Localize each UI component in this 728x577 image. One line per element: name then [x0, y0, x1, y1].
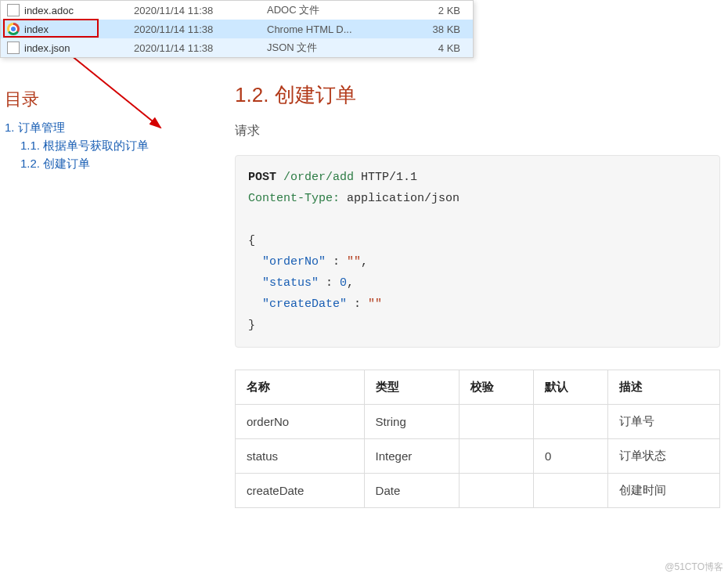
col-header-validate: 校验: [460, 370, 534, 405]
body-value: "": [368, 298, 382, 311]
http-header-name: Content-Type:: [248, 192, 340, 205]
cell-name: status: [236, 439, 365, 474]
file-date: 2020/11/14 11:38: [134, 42, 267, 54]
cell-default: 0: [534, 439, 608, 474]
file-size: 38 KB: [408, 23, 468, 35]
toc-link[interactable]: 1.2. 创建订单: [20, 157, 90, 170]
cell-type: String: [364, 405, 460, 439]
body-brace: {: [248, 234, 255, 247]
cell-validate: [460, 474, 534, 508]
file-name: index: [24, 23, 134, 35]
col-header-name: 名称: [236, 370, 365, 405]
file-icon: [7, 4, 20, 16]
cell-default: [534, 405, 608, 439]
file-icon: [7, 41, 20, 54]
file-size: 2 KB: [408, 5, 468, 16]
file-row[interactable]: index 2020/11/14 11:38 Chrome HTML D... …: [1, 20, 473, 38]
section-title: 1.2. 创建订单: [235, 81, 720, 109]
request-label: 请求: [235, 123, 720, 139]
chrome-icon: [7, 23, 20, 35]
cell-default: [534, 474, 608, 508]
body-key: "orderNo": [262, 255, 326, 269]
body-brace: }: [248, 319, 255, 332]
file-type: JSON 文件: [267, 41, 408, 55]
body-key: "createDate": [262, 298, 347, 311]
col-header-default: 默认: [534, 370, 608, 405]
file-type: Chrome HTML D...: [267, 23, 408, 35]
cell-validate: [460, 439, 534, 474]
table-header-row: 名称 类型 校验 默认 描述: [236, 370, 720, 405]
table-row: createDate Date 创建时间: [236, 474, 720, 508]
file-explorer-panel: index.adoc 2020/11/14 11:38 ADOC 文件 2 KB…: [0, 0, 474, 58]
toc-sidebar: 目录 1. 订单管理 1.1. 根据单号获取的订单 1.2. 创建订单: [5, 81, 208, 175]
http-path: /order/add: [283, 171, 354, 184]
file-name: index.json: [24, 42, 134, 54]
cell-type: Date: [364, 474, 460, 508]
cell-validate: [460, 405, 534, 439]
http-method: POST: [248, 171, 276, 184]
http-version: HTTP/1.1: [361, 171, 417, 184]
cell-desc: 订单号: [607, 405, 719, 439]
cell-type: Integer: [364, 439, 460, 474]
file-type: ADOC 文件: [267, 3, 408, 17]
cell-desc: 创建时间: [607, 474, 719, 508]
file-row[interactable]: index.adoc 2020/11/14 11:38 ADOC 文件 2 KB: [1, 1, 473, 20]
table-row: status Integer 0 订单状态: [236, 439, 720, 474]
file-size: 4 KB: [408, 42, 468, 54]
body-value: "": [347, 255, 361, 269]
cell-desc: 订单状态: [607, 439, 719, 474]
watermark: @51CTO博客: [665, 561, 723, 574]
body-value: 0: [340, 276, 347, 290]
cell-name: createDate: [236, 474, 365, 508]
cell-name: orderNo: [236, 405, 365, 439]
file-name: index.adoc: [24, 5, 134, 16]
http-request-code-block: POST /order/add HTTP/1.1 Content-Type: a…: [235, 155, 720, 348]
toc-link[interactable]: 1.1. 根据单号获取的订单: [20, 139, 149, 152]
main-content: 1.2. 创建订单 请求 POST /order/add HTTP/1.1 Co…: [235, 81, 720, 508]
file-date: 2020/11/14 11:38: [134, 5, 267, 16]
col-header-type: 类型: [364, 370, 460, 405]
file-date: 2020/11/14 11:38: [134, 23, 267, 35]
body-key: "status": [262, 276, 319, 290]
http-header-value: application/json: [347, 192, 460, 205]
toc-title: 目录: [5, 88, 208, 111]
toc-link[interactable]: 1. 订单管理: [5, 121, 65, 134]
table-row: orderNo String 订单号: [236, 405, 720, 439]
col-header-desc: 描述: [607, 370, 719, 405]
parameters-table: 名称 类型 校验 默认 描述 orderNo String 订单号 status…: [235, 370, 720, 508]
file-row[interactable]: index.json 2020/11/14 11:38 JSON 文件 4 KB: [1, 38, 473, 57]
